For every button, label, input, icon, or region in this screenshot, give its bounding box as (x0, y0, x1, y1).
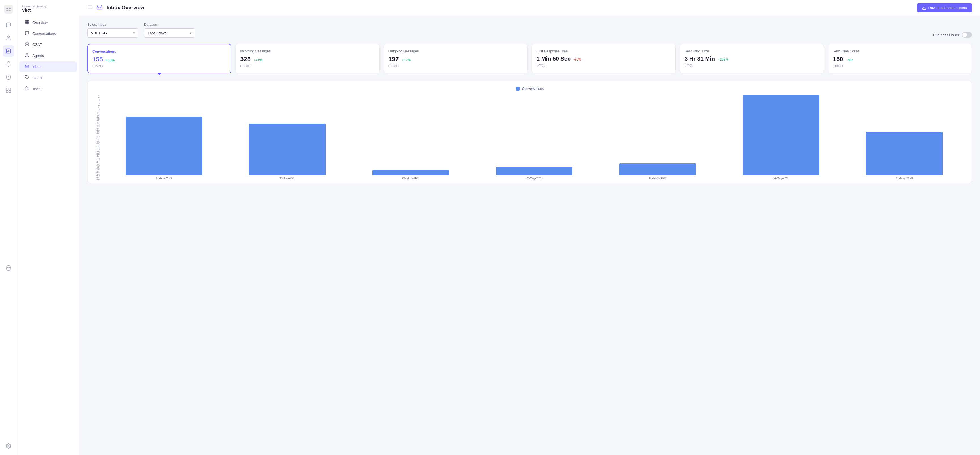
conversations-nav-icon (24, 31, 30, 36)
bar-group: 29-Apr-2023 (105, 95, 223, 180)
sidebar: Currently viewing: Vbet Overview Convers… (17, 0, 80, 455)
labels-icon (24, 75, 30, 81)
svg-rect-10 (6, 91, 8, 93)
stat-card-incoming[interactable]: Incoming Messages 328 +41% ( Total ) (235, 44, 379, 73)
bar (249, 124, 326, 175)
nav-labels[interactable] (3, 71, 14, 83)
nav-bot[interactable] (3, 262, 14, 274)
main-area: Inbox Overview Download inbox reports Se… (80, 0, 980, 455)
svg-rect-0 (4, 5, 13, 14)
sidebar-item-csat[interactable]: CSAT (19, 40, 77, 50)
nav-contacts[interactable] (3, 32, 14, 44)
nav-notifications[interactable] (3, 59, 14, 70)
stat-value-outgoing: 197 (388, 55, 399, 63)
stat-period-resolution-time: ( Avg ) (684, 63, 819, 67)
download-btn-label: Download inbox reports (928, 6, 967, 10)
stat-label-resolution-count: Resolution Count (833, 49, 967, 53)
nav-settings[interactable] (3, 440, 14, 452)
chart-legend-label: Conversations (522, 87, 544, 91)
stat-card-first-response[interactable]: First Response Time 1 Min 50 Sec -98% ( … (532, 44, 676, 73)
inbox-filter-group: Select Inbox VBET KG ▼ (88, 23, 138, 38)
nav-conversations[interactable] (3, 19, 14, 30)
stat-value-row: 328 +41% (240, 55, 375, 63)
inbox-select-wrapper: VBET KG ▼ (88, 29, 138, 38)
bar-x-label: 05-May-2023 (896, 177, 913, 180)
filters-row: Select Inbox VBET KG ▼ Duration Last 7 d… (88, 23, 972, 38)
inbox-select[interactable]: VBET KG (88, 29, 138, 38)
sidebar-item-conversations[interactable]: Conversations (19, 29, 77, 39)
stat-value-row: 197 +82% (388, 55, 523, 63)
stat-label-resolution-time: Resolution Time (684, 49, 819, 53)
duration-filter-group: Duration Last 7 days ▼ (144, 23, 195, 38)
duration-select-wrapper: Last 7 days ▼ (144, 29, 195, 38)
download-button[interactable]: Download inbox reports (917, 3, 972, 13)
stats-row: Conversations 155 +10% ( Total ) Incomin… (88, 44, 972, 73)
stat-period-outgoing: ( Total ) (388, 64, 523, 67)
bar-group: 05-May-2023 (846, 95, 963, 180)
currently-viewing-label: Currently viewing: (22, 5, 74, 8)
svg-rect-17 (27, 21, 29, 22)
stat-value-row: 3 Hr 31 Min +259% (684, 55, 819, 62)
stat-card-resolution-time[interactable]: Resolution Time 3 Hr 31 Min +259% ( Avg … (680, 44, 824, 73)
app-logo (3, 3, 14, 15)
y-axis: 51 49 47 45 43 41 39 37 35 33 31 29 27 2… (93, 95, 102, 180)
sidebar-item-label: Overview (32, 21, 48, 25)
bar (496, 167, 573, 175)
sidebar-item-label: CSAT (32, 43, 42, 47)
stat-value-resolution-time: 3 Hr 31 Min (684, 55, 715, 62)
stat-card-outgoing[interactable]: Outgoing Messages 197 +82% ( Total ) (383, 44, 528, 73)
sidebar-item-label: Labels (32, 76, 43, 80)
business-hours-group: Business Hours (933, 32, 972, 38)
duration-filter-label: Duration (144, 23, 195, 27)
chart-bars-area: 29-Apr-202330-Apr-202301-May-202302-May-… (102, 95, 966, 180)
nav-reports[interactable] (3, 45, 14, 57)
bar-x-label: 02-May-2023 (526, 177, 542, 180)
bar-x-label: 29-Apr-2023 (156, 177, 172, 180)
sidebar-item-inbox[interactable]: Inbox (19, 62, 77, 72)
stat-value-resolution-count: 150 (833, 55, 843, 63)
inbox-filter-label: Select Inbox (88, 23, 138, 27)
svg-point-23 (26, 54, 27, 55)
overview-icon (24, 20, 30, 25)
bar-x-label: 03-May-2023 (649, 177, 666, 180)
stat-period-incoming: ( Total ) (240, 64, 375, 67)
bar-group: 03-May-2023 (598, 95, 716, 180)
inbox-page-icon (96, 4, 103, 12)
svg-point-12 (6, 266, 11, 271)
nav-integrations[interactable] (3, 84, 14, 96)
svg-rect-11 (9, 91, 11, 93)
bar-x-label: 01-May-2023 (402, 177, 419, 180)
svg-rect-16 (25, 21, 27, 22)
chart-legend: Conversations (93, 87, 966, 91)
hamburger-icon[interactable] (88, 5, 92, 11)
chart-container: Conversations 51 49 47 45 43 41 39 37 35… (88, 81, 972, 183)
business-hours-toggle[interactable] (962, 32, 972, 38)
bar-x-label: 30-Apr-2023 (279, 177, 295, 180)
duration-select[interactable]: Last 7 days (144, 29, 195, 38)
stat-change-resolution-count: +9% (846, 58, 853, 62)
stat-change-resolution-time: +259% (718, 57, 729, 62)
stat-period-conversations: ( Total ) (92, 64, 226, 68)
sidebar-item-label: Agents (32, 54, 44, 58)
bar (126, 117, 202, 175)
sidebar-item-agents[interactable]: Agents (19, 51, 77, 61)
agents-icon (24, 53, 30, 59)
stat-card-resolution-count[interactable]: Resolution Count 150 +9% ( Total ) (828, 44, 972, 73)
stat-card-conversations[interactable]: Conversations 155 +10% ( Total ) (88, 44, 231, 73)
svg-point-20 (25, 42, 29, 46)
sidebar-item-overview[interactable]: Overview (19, 17, 77, 28)
stat-change-conversations: +10% (106, 59, 115, 62)
stat-period-first-response: ( Avg ) (536, 63, 671, 67)
stat-change-outgoing: +82% (402, 58, 410, 62)
sidebar-item-label: Inbox (32, 65, 41, 69)
bar (372, 170, 449, 175)
sidebar-item-labels[interactable]: Labels (19, 73, 77, 83)
svg-point-15 (8, 445, 9, 447)
svg-point-14 (9, 267, 10, 268)
stat-value-conversations: 155 (92, 56, 103, 63)
svg-point-25 (25, 87, 27, 88)
sidebar-header: Currently viewing: Vbet (17, 5, 79, 17)
stat-value-row: 150 +9% (833, 55, 967, 63)
svg-rect-8 (6, 88, 8, 90)
sidebar-item-team[interactable]: Team (19, 84, 77, 94)
